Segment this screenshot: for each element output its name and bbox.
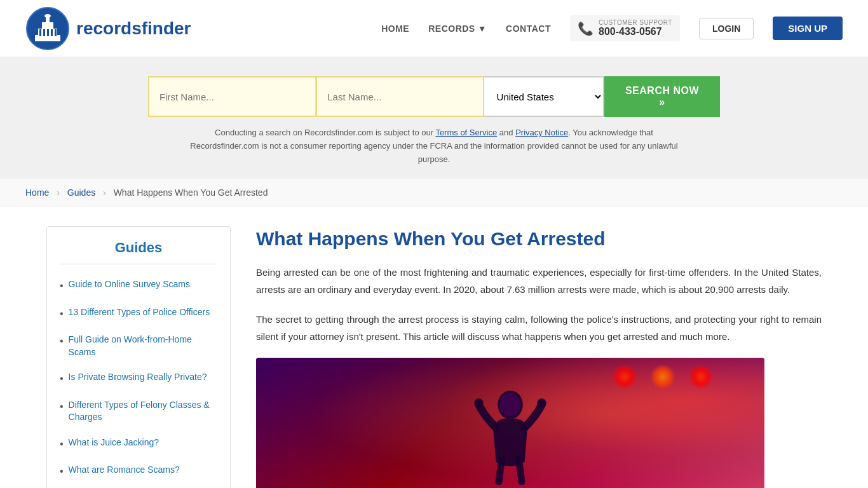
search-section: United States SEARCH NOW » Conducting a … <box>0 57 868 179</box>
first-name-input[interactable] <box>148 76 316 117</box>
svg-rect-6 <box>39 29 41 36</box>
list-item: Guide to Online Survey Scams <box>60 272 217 299</box>
person-silhouette <box>447 370 574 485</box>
breadcrumb-current: What Happens When You Get Arrested <box>114 187 268 198</box>
sidebar-link-6[interactable]: What is Juice Jacking? <box>69 437 159 449</box>
sidebar-link-2[interactable]: 13 Different Types of Police Officers <box>69 306 210 319</box>
list-item: Traffic Offenses and Violations <box>60 485 217 488</box>
article-image <box>256 358 764 488</box>
red-light-3 <box>688 364 714 390</box>
main-content: Guides Guide to Online Survey Scams 13 D… <box>21 226 847 488</box>
sidebar-link-4[interactable]: Is Private Browsing Really Private? <box>69 371 207 384</box>
list-item: What is Juice Jacking? <box>60 430 217 458</box>
svg-point-5 <box>44 14 51 18</box>
red-light-2 <box>650 364 675 390</box>
chevron-down-icon: ▼ <box>478 24 487 34</box>
search-bar: United States SEARCH NOW » <box>148 76 720 117</box>
nav-home[interactable]: HOME <box>381 24 409 34</box>
nav-records[interactable]: RECORDS ▼ <box>428 24 487 34</box>
svg-point-12 <box>474 398 483 407</box>
support-number: 800-433-0567 <box>599 26 672 37</box>
breadcrumb-sep-2: › <box>103 187 106 198</box>
logo-icon <box>25 6 70 51</box>
article-para-2: The secret to getting through the arrest… <box>256 311 822 345</box>
list-item: 13 Different Types of Police Officers <box>60 300 217 327</box>
svg-rect-8 <box>47 29 49 36</box>
list-item: Is Private Browsing Really Private? <box>60 365 217 392</box>
signup-button[interactable]: SIGN UP <box>773 17 843 40</box>
article: What Happens When You Get Arrested Being… <box>256 226 822 488</box>
nav-contact[interactable]: CONTACT <box>506 24 551 34</box>
article-para-1: Being arrested can be one of the most fr… <box>256 264 822 298</box>
search-button[interactable]: SEARCH NOW » <box>604 76 720 117</box>
customer-support: 📞 CUSTOMER SUPPORT 800-433-0567 <box>570 15 680 41</box>
phone-icon: 📞 <box>578 21 593 36</box>
sidebar-title: Guides <box>60 240 217 264</box>
logo-text: recordsfinder <box>76 18 191 39</box>
article-title: What Happens When You Get Arrested <box>256 226 822 251</box>
sidebar-link-7[interactable]: What are Romance Scams? <box>69 464 180 477</box>
sidebar-link-3[interactable]: Full Guide on Work-from-Home Scams <box>69 334 217 358</box>
svg-point-14 <box>500 393 520 416</box>
last-name-input[interactable] <box>316 76 484 117</box>
svg-rect-9 <box>51 29 53 36</box>
sidebar: Guides Guide to Online Survey Scams 13 D… <box>46 226 231 488</box>
article-body: Being arrested can be one of the most fr… <box>256 264 822 345</box>
svg-rect-10 <box>55 29 57 36</box>
list-item: Full Guide on Work-from-Home Scams <box>60 327 217 365</box>
privacy-link[interactable]: Privacy Notice <box>515 128 568 137</box>
list-item: Different Types of Felony Classes & Char… <box>60 393 217 430</box>
breadcrumb: Home › Guides › What Happens When You Ge… <box>0 179 868 207</box>
tos-link[interactable]: Terms of Service <box>435 128 497 137</box>
breadcrumb-home[interactable]: Home <box>25 187 49 198</box>
breadcrumb-sep-1: › <box>57 187 60 198</box>
login-button[interactable]: LOGIN <box>699 18 754 39</box>
main-nav: HOME RECORDS ▼ CONTACT 📞 CUSTOMER SUPPOR… <box>381 15 843 41</box>
svg-rect-7 <box>43 29 45 36</box>
sidebar-link-1[interactable]: Guide to Online Survey Scams <box>69 278 190 291</box>
sidebar-list: Guide to Online Survey Scams 13 Differen… <box>60 272 217 488</box>
sidebar-link-5[interactable]: Different Types of Felony Classes & Char… <box>69 399 217 424</box>
svg-point-13 <box>537 398 546 407</box>
red-light-1 <box>612 364 637 390</box>
search-disclaimer: Conducting a search on Recordsfinder.com… <box>180 126 688 166</box>
police-lights <box>612 364 714 390</box>
breadcrumb-guides[interactable]: Guides <box>67 187 95 198</box>
logo[interactable]: recordsfinder <box>25 6 191 51</box>
support-label: CUSTOMER SUPPORT <box>599 19 672 26</box>
country-select[interactable]: United States <box>484 76 604 117</box>
site-header: recordsfinder HOME RECORDS ▼ CONTACT 📞 C… <box>0 0 868 57</box>
list-item: What are Romance Scams? <box>60 458 217 485</box>
